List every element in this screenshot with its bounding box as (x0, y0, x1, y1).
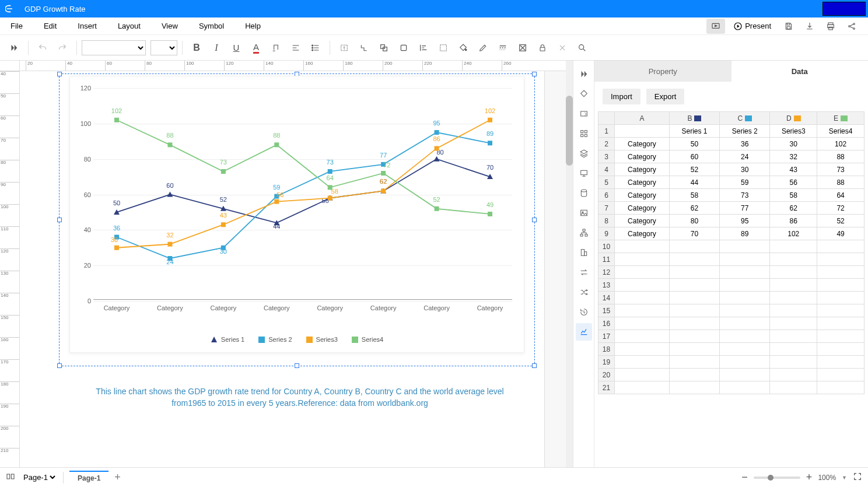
align-icon[interactable] (286, 38, 305, 57)
fill-icon[interactable] (454, 38, 473, 57)
zoom-in-button[interactable]: + (806, 471, 813, 484)
align-obj-icon[interactable] (414, 38, 433, 57)
share-icon[interactable] (842, 19, 861, 34)
shape1-icon[interactable] (374, 38, 393, 57)
svg-marker-25 (167, 192, 173, 197)
highlight-icon[interactable] (267, 38, 285, 57)
font-color-icon[interactable]: A (247, 38, 265, 57)
zoom-slider[interactable] (754, 477, 800, 479)
menubar: FileEditInsertLayoutViewSymbolHelp Prese… (0, 17, 868, 35)
zoom-out-button[interactable]: − (741, 471, 748, 484)
svg-point-11 (312, 47, 313, 48)
crop-icon[interactable] (434, 38, 453, 57)
statusbar: Page-1 Page-1 + − + 100% ▼ (0, 467, 868, 487)
redo-icon[interactable] (53, 38, 72, 57)
pages-icon[interactable] (6, 472, 15, 483)
svg-rect-67 (435, 146, 439, 150)
layers-panel-icon[interactable] (576, 145, 592, 162)
download-icon[interactable] (800, 19, 819, 34)
shape2-icon[interactable] (394, 38, 413, 57)
menu-symbol[interactable]: Symbol (188, 22, 235, 30)
export-button[interactable]: Export (646, 89, 685, 104)
titlebar: GDP Growth Rate (0, 0, 868, 17)
underline-icon[interactable]: U (227, 38, 246, 57)
svg-rect-99 (585, 234, 587, 236)
tab-data[interactable]: Data (732, 61, 869, 82)
svg-rect-65 (381, 188, 386, 193)
expand-icon[interactable] (5, 38, 23, 57)
data-spreadsheet[interactable]: ABCDE1Series 1Series 2Series3Series42Cat… (594, 111, 868, 467)
tools-icon[interactable] (553, 38, 572, 57)
menu-insert[interactable]: Insert (67, 22, 107, 30)
checkbox-icon[interactable] (513, 38, 532, 57)
window-button[interactable] (822, 2, 866, 16)
vertical-scrollbar[interactable] (566, 61, 573, 467)
fullscreen-icon[interactable] (853, 472, 862, 483)
tab-property[interactable]: Property (594, 61, 732, 82)
hierarchy-panel-icon[interactable] (576, 224, 592, 241)
menu-view[interactable]: View (151, 22, 188, 30)
building-panel-icon[interactable] (576, 244, 592, 261)
search-icon[interactable] (573, 38, 592, 57)
import-button[interactable]: Import (603, 89, 640, 104)
svg-text:44: 44 (273, 223, 280, 230)
export-panel-icon[interactable] (576, 105, 592, 122)
page-tab[interactable]: Page-1 (69, 471, 108, 485)
textbox-icon[interactable]: T (335, 38, 354, 57)
line-style-icon[interactable] (494, 38, 512, 57)
chart-caption: This line chart shows the GDP growth rat… (78, 386, 522, 409)
svg-text:52: 52 (220, 196, 227, 203)
svg-rect-85 (488, 212, 492, 216)
svg-rect-57 (167, 242, 172, 247)
present-button[interactable]: Present (727, 19, 777, 34)
svg-text:73: 73 (220, 159, 227, 166)
svg-rect-21 (540, 47, 545, 51)
shuffle-panel-icon[interactable] (576, 283, 592, 301)
svg-text:64: 64 (327, 174, 334, 181)
presentation-panel-icon[interactable] (576, 164, 592, 182)
list-icon[interactable] (306, 38, 325, 57)
svg-text:30: 30 (111, 236, 118, 243)
add-page-button[interactable]: + (114, 471, 121, 484)
svg-text:62: 62 (380, 178, 387, 185)
menu-layout[interactable]: Layout (107, 22, 151, 30)
svg-rect-47 (328, 169, 332, 174)
toolbar: B I U A T (0, 35, 868, 61)
svg-rect-53 (488, 141, 492, 145)
svg-rect-73 (167, 142, 172, 147)
svg-rect-69 (488, 118, 492, 122)
history-panel-icon[interactable] (576, 303, 592, 321)
collapse-panel-icon[interactable] (576, 65, 592, 83)
undo-icon[interactable] (33, 38, 52, 57)
svg-rect-101 (584, 252, 586, 256)
italic-icon[interactable]: I (207, 38, 226, 57)
menu-file[interactable]: File (0, 22, 33, 30)
svg-rect-51 (435, 130, 439, 135)
chart[interactable]: 020406080100120CategoryCategoryCategoryC… (69, 76, 524, 353)
image-panel-icon[interactable] (576, 204, 592, 222)
svg-text:49: 49 (487, 201, 494, 208)
menu-help[interactable]: Help (235, 22, 271, 30)
pen-icon[interactable] (474, 38, 492, 57)
svg-text:72: 72 (383, 162, 390, 169)
lock-icon[interactable] (533, 38, 552, 57)
svg-rect-55 (114, 246, 119, 250)
chart-panel-icon[interactable] (576, 323, 592, 341)
swap-panel-icon[interactable] (576, 264, 592, 281)
menu-edit[interactable]: Edit (33, 22, 67, 30)
svg-text:95: 95 (433, 120, 440, 127)
bold-icon[interactable]: B (187, 38, 206, 57)
svg-rect-100 (581, 250, 584, 256)
grid-panel-icon[interactable] (576, 125, 592, 142)
fill-panel-icon[interactable] (576, 85, 592, 103)
canvas[interactable]: 20406080100120140160180200220240260 4050… (0, 61, 573, 467)
save-icon[interactable] (779, 19, 798, 34)
connector-icon[interactable] (355, 38, 373, 57)
print-icon[interactable] (821, 19, 840, 34)
slideshow-icon[interactable] (706, 19, 725, 34)
data-panel-icon[interactable] (576, 184, 592, 202)
page-select[interactable]: Page-1 (21, 472, 57, 482)
svg-rect-102 (7, 474, 10, 479)
font-family-select[interactable] (82, 40, 146, 55)
font-size-select[interactable] (150, 40, 177, 55)
